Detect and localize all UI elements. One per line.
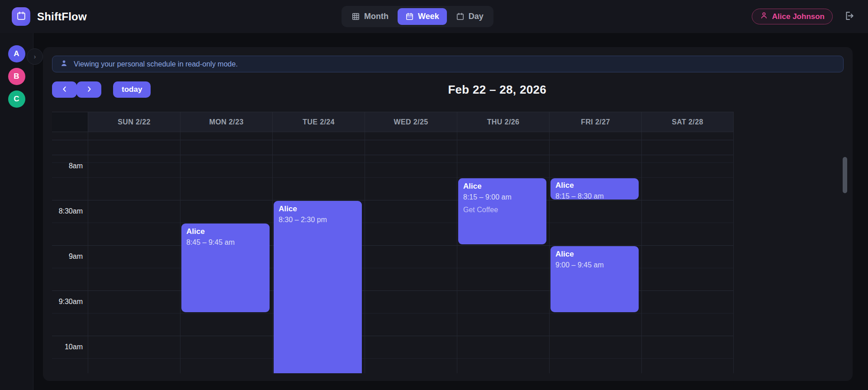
day-header-fri: FRI 2/27 xyxy=(549,112,641,132)
time-label-10am: 10am xyxy=(52,336,83,358)
calendar-toolbar: today Feb 22 – 28, 2026 xyxy=(52,81,844,98)
tab-week-label: Week xyxy=(418,12,439,21)
app-title: ShiftFlow xyxy=(37,10,87,23)
top-bar: ShiftFlow Month Week xyxy=(0,0,868,33)
topbar-right: Alice Johnson xyxy=(752,0,854,33)
current-user-button[interactable]: Alice Johnson xyxy=(752,9,833,24)
brand: ShiftFlow xyxy=(12,7,87,26)
event-title: Alice xyxy=(186,227,265,236)
readonly-banner: Viewing your personal schedule in read-o… xyxy=(52,56,844,72)
vertical-scrollbar-thumb[interactable] xyxy=(843,157,847,193)
event-time: 9:00 – 9:45 am xyxy=(555,261,634,269)
person-icon xyxy=(60,59,68,69)
logout-icon xyxy=(844,10,854,23)
time-label-9am: 9am xyxy=(52,245,83,268)
time-label-8am: 8am xyxy=(52,155,83,177)
event-title: Alice xyxy=(555,181,634,190)
time-gutter-header xyxy=(52,112,88,132)
day-header-tue: TUE 2/24 xyxy=(272,112,365,132)
tab-month-label: Month xyxy=(364,12,389,21)
time-label-930am: 9:30am xyxy=(52,290,83,313)
event-mon-845[interactable]: Alice 8:45 – 9:45 am xyxy=(181,224,270,312)
today-button[interactable]: today xyxy=(113,81,151,98)
event-title: Alice xyxy=(555,250,634,259)
event-time: 8:45 – 9:45 am xyxy=(186,238,265,247)
tab-month[interactable]: Month xyxy=(344,8,396,25)
day-header-wed: WED 2/25 xyxy=(365,112,457,132)
chevron-right-icon xyxy=(86,86,92,94)
day-header-sun: SUN 2/22 xyxy=(88,112,180,132)
week-nav xyxy=(52,81,101,98)
event-time: 8:30 – 2:30 pm xyxy=(279,215,357,224)
event-title: Alice xyxy=(463,182,541,191)
tab-week[interactable]: Week xyxy=(398,8,447,25)
app-logo xyxy=(12,7,30,26)
logout-button[interactable] xyxy=(844,10,854,23)
column-divider xyxy=(641,132,734,373)
calendar-day-icon xyxy=(456,12,465,21)
avatar-b[interactable]: B xyxy=(8,68,25,85)
day-header-mon: MON 2/23 xyxy=(180,112,272,132)
event-time: 8:15 – 8:30 am xyxy=(555,192,634,200)
column-divider xyxy=(88,132,180,373)
event-time: 8:15 – 9:00 am xyxy=(463,193,541,201)
event-fri-815[interactable]: Alice 8:15 – 8:30 am xyxy=(550,178,639,200)
avatar-c[interactable]: C xyxy=(8,90,25,108)
current-user-name: Alice Johnson xyxy=(772,12,825,21)
tab-day-label: Day xyxy=(469,12,484,21)
day-header-sat: SAT 2/28 xyxy=(641,112,734,132)
schedule-panel: Viewing your personal schedule in read-o… xyxy=(43,47,853,381)
user-sidebar: A B C xyxy=(0,33,33,390)
week-range-title: Feb 22 – 28, 2026 xyxy=(151,83,844,97)
month-grid-icon xyxy=(351,12,360,21)
day-header-thu: THU 2/26 xyxy=(457,112,549,132)
tab-day[interactable]: Day xyxy=(448,8,491,25)
sidebar-toggle-button[interactable]: › xyxy=(27,48,43,65)
view-switcher: Month Week Day xyxy=(342,6,493,27)
user-icon xyxy=(760,11,768,22)
prev-week-button[interactable] xyxy=(52,81,77,98)
column-divider xyxy=(365,132,457,373)
calendar-grid-body[interactable]: 8am 8:30am 9am 9:30am 10am Alice 8:45 – … xyxy=(52,132,734,373)
week-calendar: SUN 2/22 MON 2/23 TUE 2/24 WED 2/25 THU … xyxy=(52,112,734,373)
avatar-alice[interactable]: A xyxy=(8,45,25,62)
column-divider xyxy=(457,132,549,373)
readonly-banner-text: Viewing your personal schedule in read-o… xyxy=(74,60,238,68)
chevron-right-icon: › xyxy=(34,53,36,60)
event-description: Get Coffee xyxy=(463,205,541,214)
event-fri-900[interactable]: Alice 9:00 – 9:45 am xyxy=(550,246,639,312)
calendar-day-header-row: SUN 2/22 MON 2/23 TUE 2/24 WED 2/25 THU … xyxy=(52,112,734,132)
calendar-week-icon xyxy=(405,12,414,21)
event-tue-830[interactable]: Alice 8:30 – 2:30 pm xyxy=(274,201,362,373)
calendar-logo-icon xyxy=(16,11,26,23)
event-thu-815[interactable]: Alice 8:15 – 9:00 am Get Coffee xyxy=(458,178,546,244)
chevron-left-icon xyxy=(62,86,68,94)
next-week-button[interactable] xyxy=(76,81,101,98)
time-label-830am: 8:30am xyxy=(52,200,83,223)
event-title: Alice xyxy=(279,205,357,214)
